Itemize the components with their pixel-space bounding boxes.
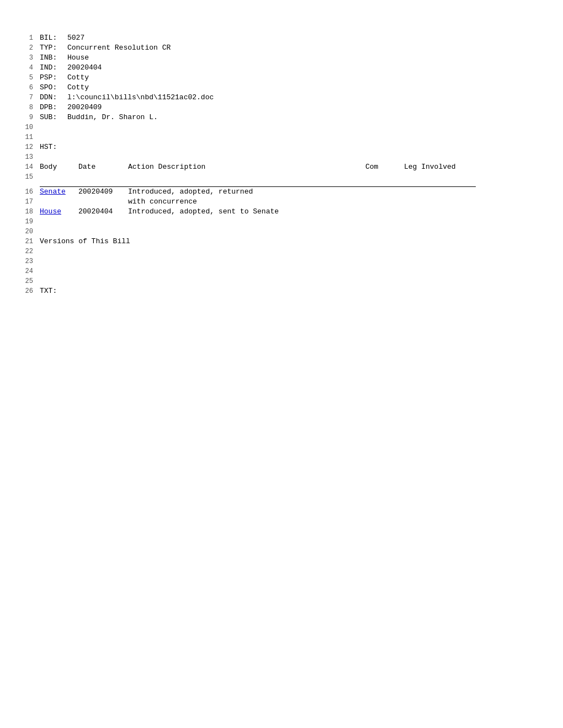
hst-row-senate: Senate 20020409 Introduced, adopted, ret… [40,187,365,197]
col-header-action: Action Description [128,162,365,172]
line-25: 25 [22,276,541,286]
line-num-6: 6 [22,83,33,93]
line-16: 16 Senate 20020409 Introduced, adopted, … [22,187,541,197]
hst-header: Body Date Action Description Com Leg Inv… [40,162,541,172]
line-20: 20 [22,227,541,237]
value-sub: Buddin, Dr. Sharon L. [67,113,158,122]
line-5: 5 PSP: Cotty [22,73,541,83]
line-num-17: 17 [22,197,33,207]
line-num-16: 16 [22,187,33,197]
value-ddn: l:\council\bills\nbd\11521ac02.doc [67,93,214,103]
senate-action: Introduced, adopted, returned [128,187,365,197]
line-22: 22 [22,247,541,256]
line-21: 21 Versions of This Bill [22,237,541,247]
line-12: 12 HST: [22,142,541,152]
document: 1 BIL: 5027 2 TYP: Concurrent Resolution… [22,33,541,296]
line-num-21: 21 [22,237,33,247]
label-dpb: DPB: [40,103,67,113]
senate-link[interactable]: Senate [40,188,66,196]
line-num-4: 4 [22,63,33,73]
col-header-com: Com [365,162,404,172]
line-13: 13 [22,152,541,162]
line-18: 18 House 20020404 Introduced, adopted, s… [22,207,541,217]
line-num-2: 2 [22,43,33,53]
line-num-7: 7 [22,93,33,103]
versions-label: Versions of This Bill [40,237,130,247]
value-typ: Concurrent Resolution CR [67,43,171,53]
label-hst: HST: [40,142,67,152]
line-num-10: 10 [22,122,33,132]
house-date: 20020404 [78,207,128,217]
line-7: 7 DDN: l:\council\bills\nbd\11521ac02.do… [22,93,541,103]
line-num-3: 3 [22,53,33,63]
line-num-19: 19 [22,217,33,227]
label-psp: PSP: [40,73,67,83]
hst-row-house: House 20020404 Introduced, adopted, sent… [40,207,365,217]
line-num-5: 5 [22,73,33,83]
value-dpb: 20020409 [67,103,102,113]
col-header-leg: Leg Involved [404,162,476,172]
line-num-11: 11 [22,132,33,142]
label-bil: BIL: [40,33,67,43]
label-typ: TYP: [40,43,67,53]
line-4: 4 IND: 20020404 [22,63,541,73]
value-bil: 5027 [67,33,84,43]
value-psp: Cotty [67,73,89,83]
line-num-12: 12 [22,142,33,152]
line-8: 8 DPB: 20020409 [22,103,541,113]
line-2: 2 TYP: Concurrent Resolution CR [22,43,541,53]
line-26: 26 TXT: [22,286,541,296]
line-num-1: 1 [22,33,33,43]
label-ddn: DDN: [40,93,67,103]
col-header-date: Date [78,162,128,172]
line-10: 10 [22,122,541,132]
line-num-15: 15 [22,172,33,182]
line-23: 23 [22,256,541,266]
value-spo: Cotty [67,83,89,93]
line-num-23: 23 [22,256,33,266]
line-num-8: 8 [22,103,33,113]
line-9: 9 SUB: Buddin, Dr. Sharon L. [22,113,541,122]
label-spo: SPO: [40,83,67,93]
line-1: 1 BIL: 5027 [22,33,541,43]
house-action: Introduced, adopted, sent to Senate [128,207,365,217]
line-19: 19 [22,217,541,227]
line-24: 24 [22,266,541,276]
value-inb: House [67,53,89,63]
label-sub: SUB: [40,113,67,122]
senate-date: 20020409 [78,187,128,197]
line-num-24: 24 [22,266,33,276]
line-num-20: 20 [22,227,33,237]
line-11: 11 [22,132,541,142]
line-14: 14 Body Date Action Description Com Leg … [22,162,541,172]
line-num-22: 22 [22,247,33,256]
line-3: 3 INB: House [22,53,541,63]
line-num-26: 26 [22,286,33,296]
txt-label: TXT: [40,286,57,296]
line-num-9: 9 [22,113,33,122]
line-num-13: 13 [22,152,33,162]
line-15: 15 [22,172,541,187]
house-link[interactable]: House [40,207,61,216]
line-17: 17 with concurrence [22,197,541,207]
line-num-25: 25 [22,276,33,286]
label-inb: INB: [40,53,67,63]
senate-action-cont: with concurrence [128,197,197,207]
label-ind: IND: [40,63,67,73]
col-header-body: Body [40,162,78,172]
value-ind: 20020404 [67,63,102,73]
line-num-14: 14 [22,162,33,172]
line-num-18: 18 [22,207,33,217]
line-6: 6 SPO: Cotty [22,83,541,93]
